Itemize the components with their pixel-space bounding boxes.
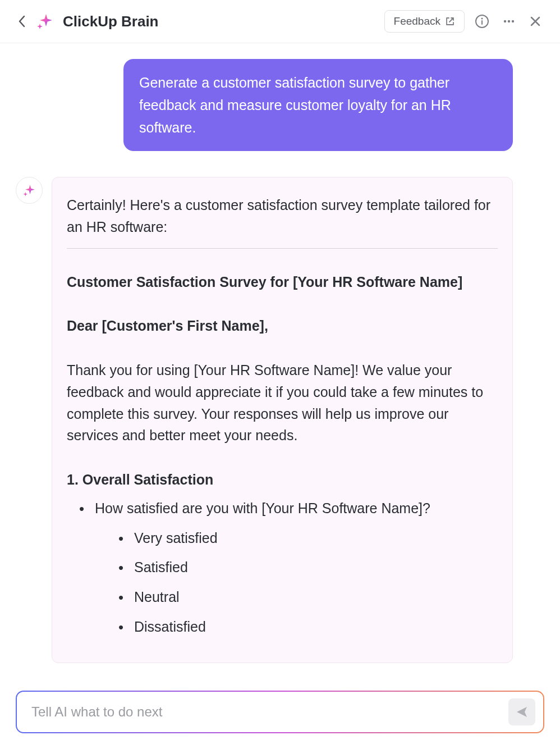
svg-point-2 (504, 20, 506, 22)
brain-sparkle-icon (36, 12, 54, 30)
sparkle-icon (22, 184, 36, 197)
question-text: How satisfied are you with [Your HR Soft… (95, 500, 430, 516)
more-horizontal-icon (502, 14, 516, 29)
divider (67, 248, 498, 249)
question-list: How satisfied are you with [Your HR Soft… (67, 497, 498, 638)
more-button[interactable] (499, 12, 518, 31)
options-list: Very satisfied Satisfied Neutral Dissati… (95, 527, 498, 638)
svg-point-4 (512, 20, 514, 22)
survey-title: Customer Satisfaction Survey for [Your H… (67, 271, 498, 293)
info-icon (475, 14, 489, 29)
assistant-avatar (16, 177, 43, 204)
back-button[interactable] (16, 12, 28, 30)
survey-salutation: Dear [Customer's First Name], (67, 315, 498, 337)
feedback-label: Feedback (394, 15, 440, 28)
svg-point-1 (481, 18, 483, 20)
user-message: Generate a customer satisfaction survey … (123, 59, 513, 151)
list-item: Dissatisfied (123, 616, 498, 638)
assistant-row: Certainly! Here's a customer satisfactio… (16, 177, 513, 663)
list-item: Neutral (123, 586, 498, 608)
external-link-icon (445, 16, 455, 26)
close-button[interactable] (526, 12, 544, 30)
chat-input[interactable] (31, 704, 502, 720)
page-title: ClickUp Brain (63, 13, 377, 30)
assistant-message: Certainly! Here's a customer satisfactio… (52, 177, 513, 663)
list-item: How satisfied are you with [Your HR Soft… (84, 497, 498, 638)
send-icon (515, 705, 529, 719)
feedback-button[interactable]: Feedback (384, 10, 465, 33)
input-inner (17, 692, 543, 732)
section-heading: 1. Overall Satisfaction (67, 469, 498, 491)
survey-body: Thank you for using [Your HR Software Na… (67, 359, 498, 446)
header: ClickUp Brain Feedback (0, 0, 560, 43)
svg-point-3 (508, 20, 510, 22)
info-button[interactable] (472, 12, 492, 31)
input-bar (16, 691, 544, 733)
chevron-left-icon (18, 15, 26, 28)
list-item: Satisfied (123, 556, 498, 578)
close-icon (529, 15, 542, 28)
assistant-intro: Certainly! Here's a customer satisfactio… (67, 194, 498, 238)
chat-container: Generate a customer satisfaction survey … (0, 43, 560, 680)
send-button[interactable] (508, 698, 535, 725)
list-item: Very satisfied (123, 527, 498, 549)
